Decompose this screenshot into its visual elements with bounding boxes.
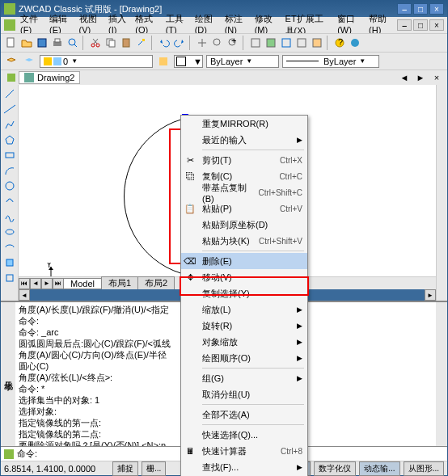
ctx-[interactable]: 对象缩放▶ (181, 334, 307, 350)
doc-close-button[interactable]: × (429, 19, 444, 31)
ctx-P[interactable]: 📋粘贴(P)Ctrl+V (181, 200, 307, 217)
minimize-button[interactable]: ‒ (397, 3, 412, 15)
ctx-F[interactable]: 查找(F)...▶ (181, 459, 307, 475)
line-tool[interactable] (2, 86, 17, 101)
layout2-tab[interactable]: 布局2 (137, 276, 175, 290)
polygon-tool[interactable] (2, 133, 17, 147)
tool2-button[interactable] (264, 36, 278, 50)
zoom2-button[interactable]: + (226, 36, 240, 50)
ctx-E[interactable]: ⌫删除(E) (181, 253, 307, 269)
open-button[interactable] (19, 36, 34, 50)
copy-icon: ⿻ (184, 171, 196, 182)
tablet-toggle[interactable]: 数字化仪 (314, 461, 356, 476)
svg-text:Y: Y (46, 263, 53, 269)
pan-button[interactable] (195, 36, 209, 50)
svg-rect-1 (38, 39, 46, 47)
tab-first[interactable]: ⏮ (19, 278, 30, 289)
tab-next[interactable]: ► (413, 70, 428, 85)
ctx-O[interactable]: 绘图顺序(O)▶ (181, 350, 307, 366)
linetype-combo[interactable]: ByLayer▼ (206, 55, 279, 68)
ctx-K[interactable]: 粘贴为块(K)Ctrl+Shift+V (181, 233, 307, 249)
ctx-[interactable]: 🖩快速计算器Ctrl+8 (181, 443, 307, 459)
color-combo[interactable]: ▼ (174, 55, 203, 68)
dyn-toggle[interactable]: 动态输... (359, 461, 399, 476)
tool5-button[interactable] (310, 36, 324, 50)
color-btn[interactable] (156, 54, 171, 69)
lineweight-combo[interactable]: ByLayer▼ (282, 55, 379, 68)
layout1-tab[interactable]: 布局1 (101, 276, 138, 290)
cmd-scrollbar[interactable] (436, 302, 447, 446)
grid-toggle[interactable]: 栅... (142, 461, 166, 476)
ellipse-tool[interactable] (2, 225, 17, 239)
xline-tool[interactable] (2, 102, 17, 116)
svg-rect-21 (313, 39, 321, 47)
ctx-A[interactable]: 全部不选(A) (181, 406, 307, 423)
arc-tool[interactable] (2, 163, 17, 178)
ctx-T[interactable]: ✂剪切(T)Ctrl+X (181, 152, 307, 168)
tool4-button[interactable] (294, 36, 309, 50)
save-button[interactable] (35, 36, 49, 50)
extract-toggle[interactable]: 从图形... (404, 461, 444, 476)
app-menu-icon[interactable] (4, 19, 15, 31)
ctx-B[interactable]: 带基点复制(B)Ctrl+Shift+C (181, 184, 307, 200)
info-button[interactable] (348, 36, 362, 50)
svg-point-4 (69, 39, 75, 45)
paste-button[interactable] (119, 36, 133, 50)
match-button[interactable] (134, 36, 149, 50)
ctx-G[interactable]: 组(G)▶ (181, 370, 307, 386)
new-button[interactable] (4, 36, 19, 50)
close-button[interactable]: × (429, 3, 444, 15)
ctx-[interactable]: 最近的输入▶ (181, 132, 307, 148)
tool1-button[interactable] (248, 36, 263, 50)
help-button[interactable]: ? (332, 36, 347, 50)
tool3-button[interactable] (279, 36, 294, 50)
model-tab[interactable]: Model (63, 278, 102, 289)
snap-toggle[interactable]: 捕捉 (112, 461, 138, 476)
ctx-Q[interactable]: 快速选择(Q)... (181, 427, 307, 443)
ctx-U[interactable]: 取消分组(U) (181, 386, 307, 402)
svg-point-6 (91, 44, 95, 47)
copy-button[interactable] (104, 36, 118, 50)
zoom-button[interactable] (210, 36, 225, 50)
layer-button[interactable] (4, 54, 19, 69)
tab-last[interactable]: ⏭ (53, 278, 64, 289)
cut-button[interactable] (88, 36, 103, 50)
revcloud-tool[interactable] (2, 194, 17, 209)
svg-line-27 (6, 90, 14, 98)
tab-prev[interactable]: ◄ (397, 70, 412, 85)
tab-next[interactable]: ► (41, 278, 53, 289)
insert-tool[interactable] (2, 255, 17, 270)
block-tool[interactable] (2, 271, 17, 285)
maximize-button[interactable]: □ (413, 3, 428, 15)
ellipsearc-tool[interactable] (2, 240, 17, 255)
svg-rect-12 (123, 39, 129, 47)
svg-line-9 (93, 39, 97, 44)
redo-button[interactable] (172, 36, 187, 50)
tab-prev[interactable]: ◄ (30, 278, 41, 289)
document-tab[interactable]: Drawing2 (19, 71, 80, 84)
toolbar-main: + ? (1, 33, 447, 53)
coordinates: 6.8514, 1.4100, 0.0000 (4, 464, 109, 474)
spline-tool[interactable] (2, 209, 17, 224)
svg-point-14 (213, 39, 220, 45)
pline-tool[interactable] (2, 117, 17, 132)
vscrollbar[interactable] (436, 85, 447, 301)
ctx-R[interactable]: 旋转(R)▶ (181, 318, 307, 334)
rect-tool[interactable] (2, 148, 17, 162)
svg-point-24 (351, 39, 359, 47)
tab-close[interactable]: × (429, 70, 444, 85)
print-preview-button[interactable] (66, 36, 80, 50)
ctx-L[interactable]: 缩放(L)▶ (181, 301, 307, 318)
doc-restore-button[interactable]: □ (413, 19, 428, 31)
ctx-D[interactable]: 粘贴到原坐标(D) (181, 217, 307, 233)
layer-combo[interactable]: 0▼ (40, 55, 153, 68)
tab-icon[interactable] (4, 70, 19, 85)
doc-minimize-button[interactable]: ‒ (397, 19, 412, 31)
ctx-MIRRORR[interactable]: 重复MIRROR(R) (181, 116, 307, 132)
undo-button[interactable] (157, 36, 171, 50)
layer2-button[interactable] (22, 54, 36, 69)
print-button[interactable] (50, 36, 65, 50)
circle-tool[interactable] (2, 179, 17, 193)
svg-rect-13 (142, 39, 145, 41)
svg-rect-33 (6, 275, 13, 281)
